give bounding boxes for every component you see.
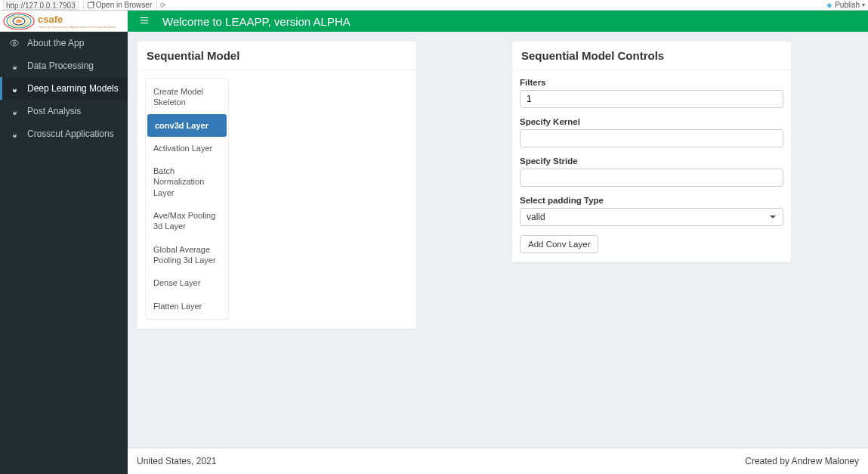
tab-create-skeleton[interactable]: Create Model Skeleton: [146, 80, 228, 114]
panel-title: Sequential Model: [147, 49, 407, 62]
tab-activation[interactable]: Activation Layer: [146, 137, 228, 160]
publish-icon: ◈: [826, 1, 832, 9]
refresh-icon: ⟳: [160, 2, 166, 9]
footer-right: Created by Andrew Maloney: [745, 456, 859, 466]
publish-button[interactable]: ◈ Publish ▾: [826, 1, 865, 9]
tab-flatten[interactable]: Flatten Layer: [146, 295, 228, 318]
svg-point-7: [14, 42, 16, 45]
panel-title: Sequential Model Controls: [521, 49, 782, 62]
footer: United States, 2021 Created by Andrew Ma…: [128, 448, 868, 474]
tab-dense[interactable]: Dense Layer: [146, 271, 228, 294]
stride-input[interactable]: [520, 169, 783, 187]
layer-tabs: Create Model Skeleton conv3d Layer Activ…: [145, 78, 229, 320]
sidebar-item-deep-learning[interactable]: Deep Learning Models: [0, 77, 128, 100]
eye-icon: [9, 39, 20, 48]
svg-text:Center for Statistics and Appl: Center for Statistics and Applications i…: [38, 25, 116, 29]
kernel-label: Specify Kernel: [520, 117, 783, 126]
sidebar-item-crosscut[interactable]: Crosscut Applications: [0, 122, 128, 145]
chevron-down-icon: [770, 215, 776, 218]
flame-icon: [9, 62, 20, 70]
sidebar-item-about[interactable]: About the App: [0, 32, 128, 54]
csafe-logo-icon: csafe Center for Statistics and Applicat…: [2, 11, 123, 31]
sidebar-item-post-analysis[interactable]: Post Analysis: [0, 100, 128, 122]
flame-icon: [9, 85, 20, 93]
hamburger-icon[interactable]: [139, 15, 150, 28]
tab-pooling[interactable]: Ave/Max Pooling 3d Layer: [146, 204, 228, 238]
sequential-model-panel: Sequential Model Create Model Skeleton c…: [137, 42, 416, 329]
topbar: Welcome to LEAAPP, version ALPHA: [128, 11, 868, 32]
browser-bar: http://127.0.0.1:7903 Open in Browser ⟳ …: [0, 0, 868, 11]
tab-global-pooling[interactable]: Global Average Pooling 3d Layer: [146, 238, 228, 272]
sidebar: csafe Center for Statistics and Applicat…: [0, 11, 128, 474]
flame-icon: [9, 107, 20, 116]
sidebar-item-label: Deep Learning Models: [27, 83, 119, 94]
controls-panel: Sequential Model Controls Filters Specif…: [512, 42, 791, 262]
filters-label: Filters: [520, 78, 783, 87]
popup-icon: [88, 2, 94, 8]
sidebar-item-label: Crosscut Applications: [27, 129, 114, 139]
open-in-browser-button[interactable]: Open in Browser: [83, 1, 152, 10]
refresh-button[interactable]: ⟳: [156, 1, 169, 10]
page-title: Welcome to LEAAPP, version ALPHA: [162, 15, 351, 28]
filters-input[interactable]: [520, 90, 783, 108]
footer-left: United States, 2021: [137, 456, 216, 466]
add-conv-layer-button[interactable]: Add Conv Layer: [520, 235, 598, 253]
svg-text:csafe: csafe: [38, 14, 63, 25]
flame-icon: [9, 130, 20, 138]
tab-conv3d[interactable]: conv3d Layer: [147, 114, 227, 137]
kernel-input[interactable]: [520, 129, 783, 147]
logo: csafe Center for Statistics and Applicat…: [0, 11, 128, 32]
publish-caret-icon: ▾: [862, 2, 865, 8]
sidebar-item-label: About the App: [27, 38, 84, 48]
svg-point-4: [16, 19, 22, 23]
sidebar-item-label: Data Processing: [27, 60, 94, 71]
tab-batch-norm[interactable]: Batch Normalization Layer: [146, 160, 228, 204]
sidebar-item-data-processing[interactable]: Data Processing: [0, 54, 128, 77]
sidebar-item-label: Post Analysis: [27, 106, 81, 116]
stride-label: Specify Stride: [520, 156, 783, 166]
url-display: http://127.0.0.1:7903: [3, 1, 79, 10]
padding-select[interactable]: valid: [520, 208, 783, 226]
sidebar-nav: About the App Data Processing Deep Learn…: [0, 32, 128, 145]
padding-label: Select padding Type: [520, 196, 783, 205]
